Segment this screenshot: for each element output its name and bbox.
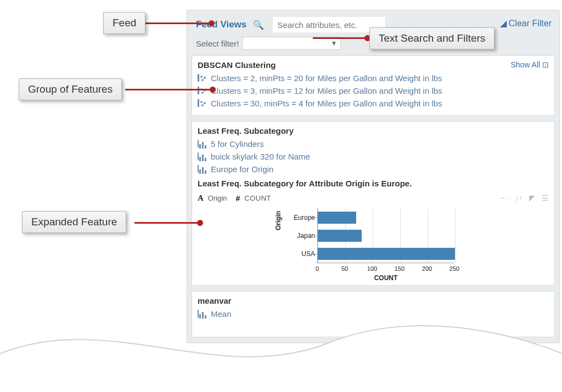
- text-type-icon: A: [198, 194, 204, 203]
- feature-item[interactable]: Clusters = 3, minPts = 12 for Miles per …: [198, 84, 549, 97]
- chart-toolbar: →· ↓↑ ◤ ☰: [498, 194, 549, 202]
- search-icon[interactable]: 🔍: [253, 20, 264, 30]
- feature-label: 5 for Cylinders: [211, 139, 264, 149]
- card-title: Least Freq. Subcategory: [198, 126, 549, 135]
- feature-label: Clusters = 3, minPts = 12 for Miles per …: [211, 86, 442, 95]
- bar-icon: [198, 152, 209, 161]
- clear-filter-label: Clear Filter: [509, 19, 552, 29]
- feature-label: Clusters = 2, minPts = 20 for Miles per …: [211, 73, 442, 83]
- category-label: USA: [282, 250, 315, 258]
- search-input[interactable]: [273, 17, 385, 32]
- y-axis-label: Origin: [274, 211, 282, 230]
- callout-search: Text Search and Filters: [369, 27, 494, 49]
- bar-chart: Origin COUNT 050100150200250EuropeJapanU…: [291, 208, 456, 280]
- tick-label: 150: [395, 265, 404, 272]
- tick-label: 100: [367, 265, 377, 272]
- feature-label: Mean: [211, 309, 232, 319]
- scatter-icon: [198, 99, 209, 108]
- expand-icon: ⊡: [542, 60, 549, 69]
- feature-label: Europe for Origin: [211, 164, 273, 174]
- feature-label: buick skylark 320 for Name: [211, 152, 310, 161]
- callout-expanded: Expanded Feature: [22, 211, 126, 233]
- feed-panel: Feed Views 🔍 ◢ Clear Filter Select filte…: [187, 10, 560, 343]
- field-b-label: COUNT: [244, 194, 271, 202]
- transpose-icon[interactable]: →·: [498, 194, 508, 202]
- category-label: Europe: [282, 214, 315, 221]
- sort-icon[interactable]: ↓↑: [515, 194, 522, 202]
- feature-group-card: DBSCAN Clustering Show All ⊡ Clusters = …: [192, 55, 555, 116]
- tick-label: 250: [449, 265, 459, 272]
- card-title: DBSCAN Clustering: [198, 60, 549, 70]
- callout-feed: Feed: [103, 12, 145, 34]
- feature-item[interactable]: buick skylark 320 for Name: [198, 150, 549, 163]
- bar: [318, 230, 362, 242]
- feature-item[interactable]: Mean: [198, 308, 549, 320]
- gridline: [455, 208, 456, 263]
- feed-views-title: Feed Views: [196, 19, 246, 30]
- category-label: Japan: [282, 232, 315, 240]
- leader-line: [313, 37, 368, 39]
- plot-area: [317, 208, 454, 263]
- number-type-icon: #: [236, 194, 240, 203]
- bar-icon: [198, 310, 209, 319]
- x-axis-label: COUNT: [317, 274, 454, 282]
- feature-item[interactable]: Clusters = 2, minPts = 20 for Miles per …: [198, 72, 549, 84]
- feature-item[interactable]: Clusters = 30, minPts = 4 for Miles per …: [198, 97, 549, 110]
- clear-filter-button[interactable]: ◢ Clear Filter: [500, 18, 552, 29]
- field-a-label: Origin: [208, 194, 227, 202]
- feature-group-card: meanvar Mean: [192, 291, 555, 337]
- tick-label: 0: [316, 265, 319, 272]
- callout-group: Group of Features: [19, 78, 122, 100]
- scatter-icon: [198, 87, 209, 95]
- feature-description: Least Freq. Subcategory for Attribute Or…: [198, 179, 549, 188]
- show-all-button[interactable]: Show All ⊡: [510, 60, 549, 69]
- select-filter-label: Select filter!: [196, 39, 239, 48]
- chart-fields-header: A Origin # COUNT →· ↓↑ ◤ ☰: [198, 194, 549, 203]
- card-title: meanvar: [198, 296, 549, 305]
- bar: [318, 212, 356, 224]
- list-icon[interactable]: ☰: [542, 194, 549, 202]
- bookmark-icon[interactable]: ◤: [529, 194, 535, 202]
- leader-line: [134, 222, 200, 224]
- feature-item[interactable]: 5 for Cylinders: [198, 138, 549, 150]
- leader-line: [140, 22, 212, 24]
- bar: [318, 248, 455, 260]
- bar-icon: [198, 165, 209, 174]
- leader-line: [125, 89, 213, 90]
- scatter-icon: [198, 74, 209, 83]
- tick-label: 50: [341, 265, 348, 272]
- bar-icon: [198, 140, 209, 149]
- eraser-icon: ◢: [500, 18, 507, 29]
- expanded-feature-card: Least Freq. Subcategory 5 for Cylinders …: [192, 121, 555, 286]
- chevron-down-icon: ▼: [330, 39, 337, 47]
- feature-label: Clusters = 30, minPts = 4 for Miles per …: [211, 99, 442, 108]
- feature-item[interactable]: Europe for Origin: [198, 163, 549, 175]
- tick-label: 200: [422, 265, 432, 272]
